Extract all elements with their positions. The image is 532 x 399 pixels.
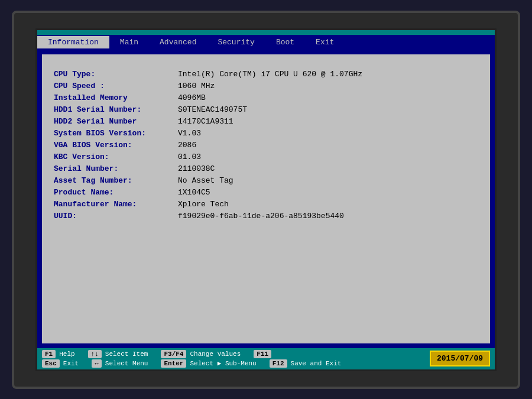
footer-key: F1 bbox=[42, 350, 56, 358]
content-area: CPU Type:Intel(R) Core(TM) i7 CPU U 620 … bbox=[42, 54, 490, 343]
footer-rows: F1Help↑↓Select ItemF3/F4Change ValuesF11… bbox=[42, 350, 430, 368]
menu-item-security[interactable]: Security bbox=[207, 36, 265, 48]
info-row: UUID:f19029e0-f6ab-11de-a206-a85193be544… bbox=[54, 212, 478, 220]
info-value: 4096MB bbox=[178, 93, 206, 102]
info-row: Installed Memory4096MB bbox=[54, 93, 478, 102]
footer-desc: Select Item bbox=[105, 351, 148, 358]
info-label: KBC Version: bbox=[54, 153, 178, 161]
info-row: System BIOS Version:V1.03 bbox=[54, 129, 478, 138]
info-value: 1060 MHz bbox=[178, 82, 215, 90]
info-value: f19029e0-f6ab-11de-a206-a85193be5440 bbox=[178, 212, 344, 220]
footer-desc: Save and Exit bbox=[291, 360, 342, 367]
menu-item-information[interactable]: Information bbox=[37, 36, 109, 48]
info-label: Product Name: bbox=[54, 188, 178, 197]
info-label: CPU Type: bbox=[54, 70, 178, 79]
footer-key: F12 bbox=[270, 359, 287, 368]
info-row: Manufacturer Name:Xplore Tech bbox=[54, 200, 478, 209]
footer-desc: Exit bbox=[63, 360, 79, 367]
info-label: CPU Speed : bbox=[54, 82, 178, 90]
info-row: HDD1 Serial Number:S0TENEAC149075T bbox=[54, 105, 478, 114]
menu-item-boot[interactable]: Boot bbox=[265, 36, 305, 48]
info-row: CPU Speed :1060 MHz bbox=[54, 82, 478, 90]
laptop-frame: InformationMainAdvancedSecurityBootExit … bbox=[12, 11, 520, 389]
info-value: No Asset Tag bbox=[178, 176, 233, 185]
info-value: 14170C1A9311 bbox=[178, 117, 233, 126]
date-display: 2015/07/09 bbox=[430, 351, 490, 366]
info-value: 01.03 bbox=[178, 153, 201, 161]
info-row: Product Name:iX104C5 bbox=[54, 188, 478, 197]
info-row: CPU Type:Intel(R) Core(TM) i7 CPU U 620 … bbox=[54, 70, 478, 79]
info-row: HDD2 Serial Number14170C1A9311 bbox=[54, 117, 478, 126]
info-value: Xplore Tech bbox=[178, 200, 229, 209]
footer-key: Esc bbox=[42, 359, 60, 368]
info-label: Serial Number: bbox=[54, 164, 178, 173]
info-value: Intel(R) Core(TM) i7 CPU U 620 @ 1.07GHz bbox=[178, 70, 362, 79]
menu-item-exit[interactable]: Exit bbox=[305, 36, 345, 48]
info-label: Manufacturer Name: bbox=[54, 200, 178, 209]
info-value: V1.03 bbox=[178, 129, 201, 138]
info-label: Installed Memory bbox=[54, 93, 178, 102]
footer-row: F1Help↑↓Select ItemF3/F4Change ValuesF11 bbox=[42, 350, 430, 358]
info-value: S0TENEAC149075T bbox=[178, 105, 247, 114]
footer-key: F11 bbox=[254, 350, 271, 358]
info-row: Serial Number:2110038C bbox=[54, 164, 478, 173]
footer-bar: F1Help↑↓Select ItemF3/F4Change ValuesF11… bbox=[37, 348, 495, 369]
footer-desc: Change Values bbox=[190, 351, 241, 358]
info-label: VGA BIOS Version: bbox=[54, 141, 178, 150]
info-label: Asset Tag Number: bbox=[54, 176, 178, 185]
info-value: iX104C5 bbox=[178, 188, 210, 197]
footer-key: F3/F4 bbox=[161, 350, 186, 358]
info-label: System BIOS Version: bbox=[54, 129, 178, 138]
info-label: HDD2 Serial Number bbox=[54, 117, 178, 126]
info-row: Asset Tag Number:No Asset Tag bbox=[54, 176, 478, 185]
footer-desc: Select ▶ Sub-Menu bbox=[190, 359, 256, 367]
footer-desc: Select Menu bbox=[105, 360, 148, 367]
footer-key: ↑↓ bbox=[88, 350, 102, 358]
info-label: HDD1 Serial Number: bbox=[54, 105, 178, 114]
info-row: VGA BIOS Version:2086 bbox=[54, 141, 478, 150]
footer-row: EscExit↔Select MenuEnterSelect ▶ Sub-Men… bbox=[42, 359, 430, 368]
footer-key: Enter bbox=[161, 359, 186, 368]
info-value: 2086 bbox=[178, 141, 196, 150]
menu-item-main[interactable]: Main bbox=[109, 36, 149, 48]
footer-desc: Help bbox=[59, 351, 74, 358]
title-bar bbox=[37, 30, 495, 35]
info-label: UUID: bbox=[54, 212, 178, 220]
bios-screen: InformationMainAdvancedSecurityBootExit … bbox=[35, 28, 497, 371]
info-row: KBC Version:01.03 bbox=[54, 153, 478, 161]
menu-bar: InformationMainAdvancedSecurityBootExit bbox=[37, 35, 495, 50]
menu-item-advanced[interactable]: Advanced bbox=[149, 36, 207, 48]
footer-key: ↔ bbox=[92, 359, 102, 368]
info-value: 2110038C bbox=[178, 164, 215, 173]
